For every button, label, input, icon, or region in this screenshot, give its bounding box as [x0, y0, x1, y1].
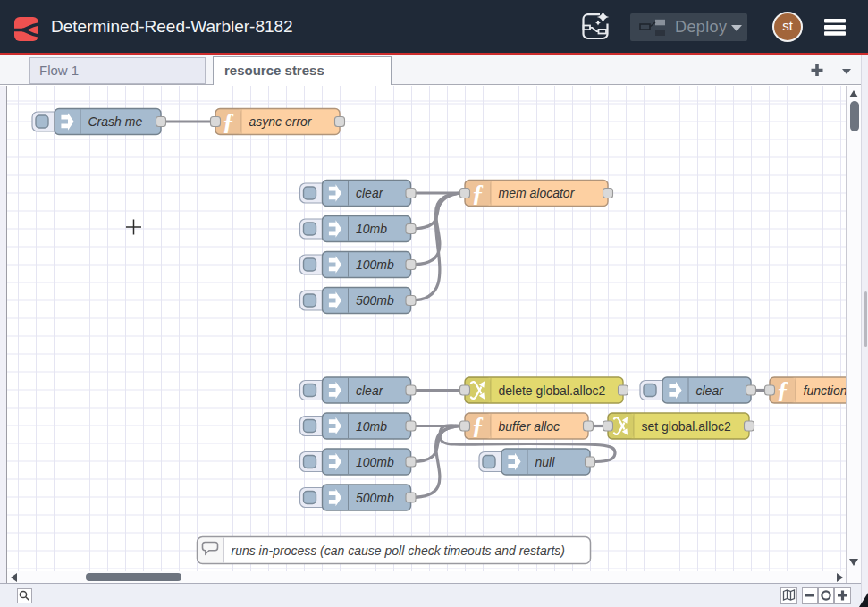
svg-text:set global.alloc2: set global.alloc2 — [642, 418, 732, 433]
svg-text:mem alocator: mem alocator — [499, 186, 576, 200]
svg-text:async error: async error — [249, 114, 313, 129]
svg-text:10mb: 10mb — [356, 418, 387, 433]
svg-text:500mb: 500mb — [356, 293, 394, 308]
svg-text:10mb: 10mb — [356, 222, 387, 236]
svg-text:clear: clear — [356, 383, 384, 397]
svg-text:ƒ: ƒ — [472, 179, 485, 206]
svg-text:500mb: 500mb — [356, 490, 394, 504]
svg-text:Crash me: Crash me — [88, 114, 143, 129]
svg-text:runs in-process (can cause pol: runs in-process (can cause poll check ti… — [232, 543, 566, 557]
svg-text:ƒ: ƒ — [472, 412, 485, 439]
svg-text:ƒ: ƒ — [223, 107, 235, 134]
svg-text:clear: clear — [696, 383, 725, 397]
svg-text:100mb: 100mb — [356, 454, 394, 468]
svg-text:null: null — [535, 454, 556, 468]
svg-text:buffer alloc: buffer alloc — [499, 418, 560, 433]
svg-text:ƒ: ƒ — [777, 376, 789, 403]
svg-text:clear: clear — [356, 186, 384, 200]
svg-text:delete global.alloc2: delete global.alloc2 — [499, 383, 606, 397]
svg-text:100mb: 100mb — [356, 257, 394, 272]
svg-text:function: function — [804, 383, 847, 397]
